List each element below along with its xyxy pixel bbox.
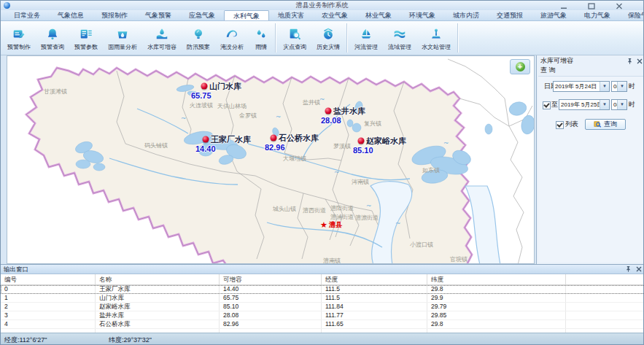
menu-tab-7[interactable]: 地质灾害	[269, 10, 313, 20]
menu-tab-12[interactable]: 交通预报	[488, 10, 532, 20]
town-label: 小渡口镇	[410, 241, 433, 249]
table-row[interactable]: 4石公桥水库82.96111.6529.8	[1, 320, 644, 329]
toolbar-button-warn-make[interactable]: 预警制作	[2, 21, 36, 55]
town-label: 官垸镇	[450, 255, 468, 263]
toolbar-button-submerge[interactable]: 淹没分析	[215, 21, 249, 55]
toolbar-button-label: 淹没分析	[220, 43, 244, 51]
hour-to-select[interactable]: 08 ▼	[611, 99, 627, 110]
date-to-select[interactable]: 2019年 5月25日 ▼	[559, 99, 610, 110]
date-from-select[interactable]: 2019年 5月24日 ▼	[553, 81, 610, 92]
menu-tab-2[interactable]: 气象信息	[49, 10, 93, 20]
menu-tab-8[interactable]: 农业气象	[313, 10, 357, 20]
toolbar-button-rain-info[interactable]: 雨情	[249, 21, 273, 55]
menu-tab-6[interactable]: 水利气象	[224, 10, 269, 20]
column-header[interactable]: 编号	[1, 274, 96, 284]
toolbar-button-label: 面雨量分析	[108, 43, 137, 51]
list-checkbox[interactable]	[556, 121, 564, 129]
table-cell: 111.5	[322, 285, 427, 293]
reservoir-marker-icon[interactable]	[325, 108, 332, 115]
map-zoom-button[interactable]: +	[510, 59, 530, 74]
town-label: 澧南镇	[323, 257, 341, 265]
menu-tab-10[interactable]: 环境气象	[400, 10, 444, 20]
pin-icon[interactable]	[625, 265, 632, 274]
query-button[interactable]: 查询	[585, 119, 626, 130]
reservoir-capacity-value: 85.10	[353, 146, 373, 155]
table-row[interactable]: 3盐井水库28.08111.7729.85	[1, 311, 644, 320]
toolbar-button-river-mgmt[interactable]: 河流管理	[349, 21, 383, 55]
town-label: 涔南镇	[352, 178, 369, 186]
toolbar-button-flood-plan[interactable]: 防汛预案	[182, 21, 215, 55]
menu-tab-5[interactable]: 应急气象	[180, 10, 224, 20]
history-disaster-icon	[321, 26, 335, 42]
reservoir-capacity-value: 82.96	[265, 143, 285, 152]
town-label: 城头山镇	[273, 205, 296, 213]
toolbar-button-basin-mgmt[interactable]: 流域管理	[383, 21, 416, 55]
hydro-station-icon	[429, 26, 443, 42]
workspace: ~~~ ~~~ ~~ ★ 澧县 甘溪滩镇火连坡镇天供山林场金罗镇盐井镇码头铺镇复…	[1, 55, 644, 264]
reservoir-marker-icon[interactable]	[358, 138, 365, 144]
table-row[interactable]: 0王家厂水库14.40111.529.8	[1, 285, 644, 294]
toolbar-button-label: 河流管理	[354, 43, 378, 51]
table-cell: 85.10	[220, 303, 322, 311]
toolbar-button-label: 预警制作	[7, 43, 31, 51]
table-row[interactable]: 2赵家峪水库85.10111.8429.79	[1, 303, 644, 311]
menu-tab-4[interactable]: 气象预警	[136, 10, 180, 20]
map-canvas[interactable]: ~~~ ~~~ ~~ ★ 澧县 甘溪滩镇火连坡镇天供山林场金罗镇盐井镇码头铺镇复…	[7, 55, 535, 264]
table-cell: 盐井水库	[96, 311, 220, 319]
table-row[interactable]: 1山门水库65.75111.529.9	[1, 294, 644, 303]
toolbar-button-hydro-station[interactable]: 水文站管理	[416, 21, 456, 55]
reservoir-marker-icon[interactable]	[201, 83, 208, 90]
reservoir-marker-icon[interactable]	[271, 135, 277, 142]
menu-tab-14[interactable]: 电力气象	[575, 10, 619, 20]
reservoir-marker-icon[interactable]	[203, 136, 209, 143]
hour-from-select[interactable]: 08 ▼	[611, 81, 627, 92]
toolbar-button-warn-query[interactable]: 预警查询	[36, 21, 69, 55]
toolbar-button-reservoir-cap[interactable]: 水库可增容	[142, 21, 182, 55]
toolbar-button-disaster-query[interactable]: 灾点查询	[278, 21, 311, 55]
rain-info-icon	[254, 26, 268, 42]
window-title: 澧县业务制作系统	[1, 1, 643, 10]
reservoir-name-label: 山门水库	[209, 81, 241, 92]
menu-tab-3[interactable]: 预报制作	[93, 10, 136, 20]
title-bar: 澧县业务制作系统	[1, 1, 643, 11]
column-header[interactable]: 名称	[96, 274, 220, 284]
toolbar-separator	[346, 23, 348, 53]
column-header[interactable]: 经度	[322, 274, 427, 284]
town-label: 梦溪镇	[333, 142, 351, 150]
toolbar-separator	[457, 23, 459, 53]
chevron-down-icon: ▼	[617, 82, 626, 91]
menu-tab-15[interactable]: 保险气象	[619, 10, 644, 20]
town-label: 码头铺镇	[144, 142, 168, 150]
table-cell: 29.9	[427, 294, 566, 302]
plus-icon: +	[516, 62, 525, 71]
table-cell: 29.79	[427, 303, 566, 311]
toolbar-button-warn-param[interactable]: 预警参数	[69, 21, 103, 55]
column-header[interactable]: 纬度	[427, 274, 566, 284]
flood-plan-icon	[191, 26, 206, 42]
menu-tab-13[interactable]: 旅游气象	[532, 10, 575, 20]
panel-close-icon[interactable]	[637, 57, 643, 67]
menu-tab-1[interactable]: 日常业务	[5, 10, 49, 20]
table-cell: 111.65	[322, 320, 427, 328]
reservoir-name-label: 王家厂水库	[211, 134, 251, 145]
output-table[interactable]: 编号名称可增容经度纬度0王家厂水库14.40111.529.81山门水库65.7…	[1, 274, 644, 333]
table-cell: 65.75	[220, 294, 322, 302]
toolbar-button-label: 雨情	[255, 43, 267, 51]
to-checkbox[interactable]	[543, 101, 551, 109]
warn-param-icon	[79, 26, 93, 42]
menu-tab-11[interactable]: 城市内涝	[444, 10, 488, 20]
toolbar-button-area-rain[interactable]: 面雨量分析	[103, 21, 142, 55]
toolbar-button-label: 水库可增容	[147, 43, 176, 51]
minimize-icon[interactable]	[559, 2, 569, 9]
maximize-icon[interactable]	[586, 2, 597, 9]
pin-icon[interactable]	[626, 57, 633, 67]
output-panel-title: 输出窗口	[4, 265, 28, 273]
close-icon[interactable]	[614, 2, 624, 9]
column-header[interactable]: 可增容	[220, 274, 322, 284]
status-latitude: 纬度:29°37'32"	[109, 336, 152, 345]
toolbar-button-history-disaster[interactable]: 历史灾情	[311, 21, 345, 55]
menu-tab-9[interactable]: 林业气象	[357, 10, 400, 20]
table-cell: 山门水库	[96, 294, 220, 302]
toolbar-button-label: 灾点查询	[283, 43, 306, 51]
panel-close-icon[interactable]	[636, 265, 642, 274]
